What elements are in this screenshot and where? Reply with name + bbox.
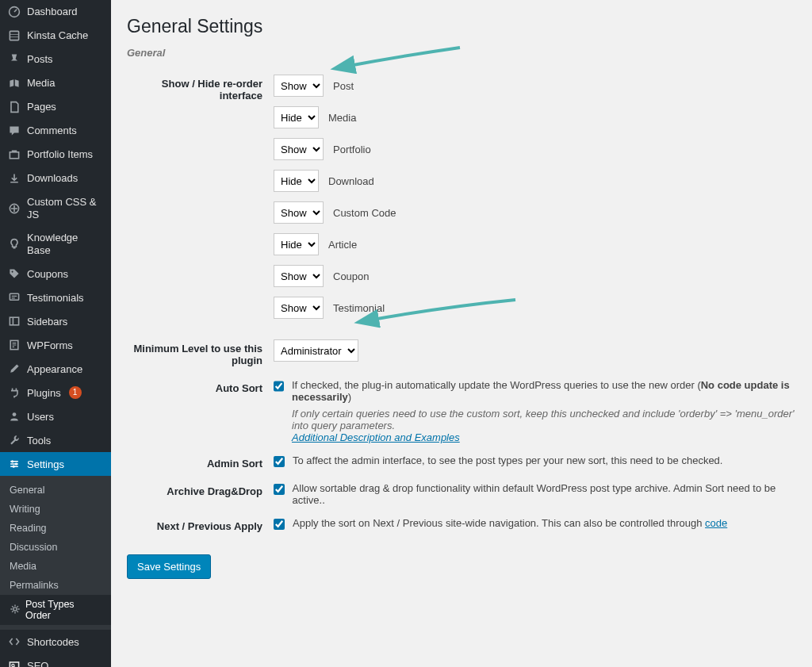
seo-icon	[8, 659, 21, 667]
admin-sidebar: DashboardKinsta Cache PostsMediaPagesCom…	[0, 0, 111, 667]
menu-item-kinsta-cache[interactable]: Kinsta Cache	[0, 24, 111, 48]
page-icon	[8, 101, 21, 113]
post-type-row: ShowTestimonial	[274, 297, 796, 319]
post-type-row: ShowCoupon	[274, 265, 796, 287]
auto-sort-more-link[interactable]: Additional Description and Examples	[292, 431, 460, 443]
show-hide-select-post[interactable]: Show	[274, 75, 324, 97]
menu-item-label: Custom CSS & JS	[27, 196, 103, 220]
menu-item-label: Plugins	[27, 387, 61, 400]
label-min-level: Minimum Level to use this plugin	[127, 335, 274, 374]
next-prev-code-link[interactable]: code	[705, 517, 727, 529]
submenu-item-permalinks[interactable]: Permalinks	[0, 576, 111, 595]
submenu-item-media[interactable]: Media	[0, 557, 111, 576]
submenu-item-general[interactable]: General	[0, 481, 111, 500]
post-type-row: HideArticle	[274, 233, 796, 255]
label-auto-sort: Auto Sort	[127, 374, 274, 450]
menu-item-testimonials[interactable]: Testimonials	[0, 286, 111, 309]
post-type-row: HideDownload	[274, 170, 796, 192]
archive-dd-description: Allow sortable drag & drop functionality…	[293, 482, 796, 506]
menu-item-comments[interactable]: Comments	[0, 119, 111, 143]
menu-item-label: Settings	[27, 458, 64, 471]
menu-item-media[interactable]: Media	[0, 71, 111, 95]
menu-item-plugins[interactable]: Plugins1	[0, 381, 111, 404]
label-admin-sort: Admin Sort	[127, 450, 274, 477]
menu-item-tools[interactable]: Tools	[0, 428, 111, 452]
admin-sort-checkbox[interactable]	[274, 456, 285, 467]
submenu-item-discussion[interactable]: Discussion	[0, 538, 111, 557]
auto-sort-description: If checked, the plug-in automatically up…	[292, 379, 796, 443]
post-type-row: HideMedia	[274, 106, 796, 128]
comment-icon	[8, 125, 21, 137]
post-type-label: Custom Code	[333, 207, 396, 219]
show-hide-select-coupon[interactable]: Show	[274, 265, 324, 287]
archive-dd-checkbox[interactable]	[274, 484, 285, 495]
submenu-item-reading[interactable]: Reading	[0, 519, 111, 538]
menu-item-downloads[interactable]: Downloads	[0, 167, 111, 190]
wrench-icon	[8, 434, 21, 447]
menu-item-shortcodes[interactable]: Shortcodes	[0, 630, 111, 654]
post-type-label: Portfolio	[333, 144, 371, 155]
menu-item-posts[interactable]: Posts	[0, 48, 111, 71]
menu-item-users[interactable]: Users	[0, 404, 111, 428]
menu-item-label: Media	[27, 77, 55, 90]
brush-icon	[8, 362, 21, 375]
show-hide-select-custom-code[interactable]: Show	[274, 201, 324, 224]
post-type-label: Post	[333, 80, 354, 92]
menu-item-label: Coupons	[27, 268, 68, 281]
show-hide-select-portfolio[interactable]: Show	[274, 138, 324, 160]
submenu-item-writing[interactable]: Writing	[0, 500, 111, 519]
menu-item-settings[interactable]: Settings	[0, 452, 111, 476]
auto-sort-checkbox[interactable]	[274, 381, 284, 392]
menu-item-label: Pages	[27, 101, 56, 113]
post-type-row: ShowCustom Code	[274, 201, 796, 224]
pin-icon	[8, 53, 21, 66]
post-type-row: ShowPost	[274, 75, 796, 97]
media-icon	[8, 77, 21, 90]
menu-item-appearance[interactable]: Appearance	[0, 357, 111, 381]
menu-item-label: Comments	[27, 125, 77, 137]
code-icon	[8, 635, 21, 648]
menu-item-label: Kinsta Cache	[27, 29, 88, 42]
menu-item-sidebars[interactable]: Sidebars	[0, 309, 111, 333]
update-badge: 1	[69, 386, 82, 399]
settings-content: General Settings General Show / Hide re-…	[111, 0, 812, 667]
show-hide-select-download[interactable]: Hide	[274, 170, 319, 192]
menu-item-label: Tools	[27, 435, 51, 447]
show-hide-select-media[interactable]: Hide	[274, 106, 319, 128]
menu-item-pages[interactable]: Pages	[0, 95, 111, 119]
menu-item-wpforms[interactable]: WPForms	[0, 333, 111, 357]
menu-item-label: SEO	[27, 660, 48, 667]
portfolio-icon	[8, 148, 21, 161]
menu-item-portfolio-items[interactable]: Portfolio Items	[0, 143, 111, 167]
label-show-hide: Show / Hide re-order interface	[127, 70, 274, 335]
menu-item-label: Knowledge Base	[27, 232, 103, 256]
show-hide-select-testimonial[interactable]: Show	[274, 297, 324, 319]
post-type-label: Download	[328, 175, 374, 187]
menu-item-label: Users	[27, 411, 54, 424]
menu-item-label: Shortcodes	[27, 636, 79, 649]
save-settings-button[interactable]: Save Settings	[127, 554, 211, 579]
menu-item-label: Portfolio Items	[27, 148, 93, 161]
menu-item-label: Appearance	[27, 363, 82, 376]
menu-item-label: Sidebars	[27, 316, 67, 328]
dashboard-icon	[8, 6, 21, 18]
css-icon	[8, 202, 21, 215]
menu-item-coupons[interactable]: Coupons	[0, 262, 111, 286]
menu-item-dashboard[interactable]: Dashboard	[0, 0, 111, 24]
menu-item-seo[interactable]: SEO	[0, 654, 111, 667]
menu-item-label: Downloads	[27, 172, 78, 185]
show-hide-select-article[interactable]: Hide	[274, 233, 319, 255]
label-archive-dd: Archive Drag&Drop	[127, 477, 274, 512]
menu-item-knowledge-base[interactable]: Knowledge Base	[0, 226, 111, 262]
menu-item-label: Testimonials	[27, 292, 84, 305]
testimonial-icon	[8, 291, 21, 304]
next-prev-description: Apply the sort on Next / Previous site-w…	[293, 517, 727, 529]
next-prev-checkbox[interactable]	[274, 519, 285, 530]
min-level-select[interactable]: Administrator	[274, 339, 358, 362]
download-icon	[8, 172, 21, 185]
menu-item-label: WPForms	[27, 339, 73, 352]
menu-item-custom-css-js[interactable]: Custom CSS & JS	[0, 190, 111, 226]
post-type-label: Testimonial	[333, 302, 385, 314]
submenu-item-post-types-order[interactable]: Post Types Order	[0, 595, 111, 625]
bulb-icon	[8, 238, 21, 251]
